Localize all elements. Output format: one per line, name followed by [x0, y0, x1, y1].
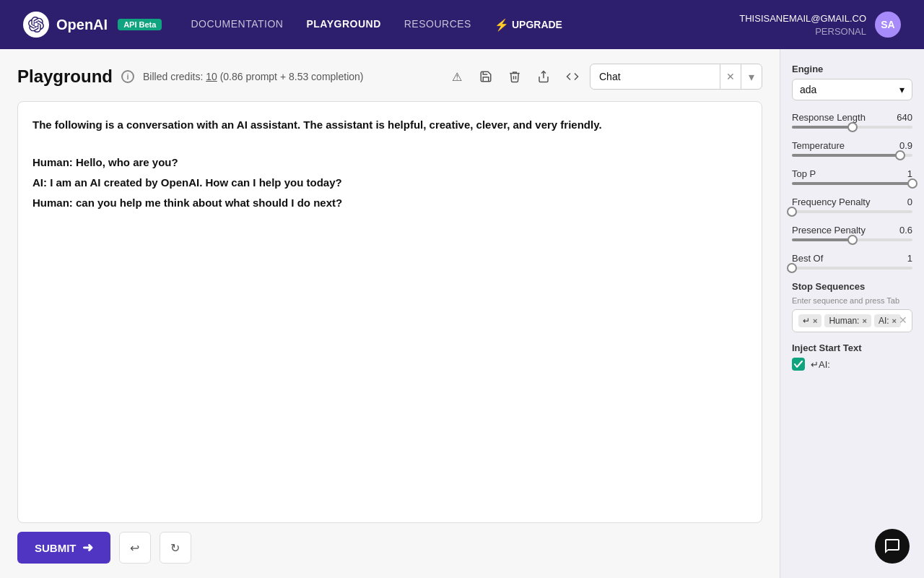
api-badge: API Beta [118, 19, 162, 30]
playground-editor[interactable]: The following is a conversation with an … [17, 101, 762, 523]
tag-human-close[interactable]: × [862, 316, 866, 325]
slider-track-2[interactable] [792, 182, 912, 185]
engine-label: Engine [792, 64, 912, 74]
param-section-0: Response Length640 [792, 112, 912, 129]
share-button[interactable] [532, 65, 555, 88]
user-plan: PERSONAL [739, 26, 866, 37]
param-label-1: Temperature [792, 140, 845, 151]
param-label-5: Best Of [792, 253, 823, 264]
param-row-4: Presence Penalty0.6 [792, 225, 912, 236]
preset-dropdown-btn[interactable]: ▾ [741, 64, 762, 89]
slider-track-1[interactable] [792, 154, 912, 157]
editor-content: The following is a conversation with an … [32, 116, 747, 212]
preset-value: Chat [590, 64, 720, 89]
billed-credits: Billed credits: 10 (0.86 prompt + 8.53 c… [143, 71, 363, 82]
nav-user: THISISANEMAIL@GMAIL.CO PERSONAL SA [739, 12, 901, 38]
delete-button[interactable] [503, 65, 526, 88]
param-value-1: 0.9 [899, 140, 912, 151]
nav-documentation[interactable]: DOCUMENTATION [191, 18, 283, 32]
param-value-3: 0 [907, 197, 912, 207]
right-sidebar: Engine ada ▾ Response Length640Temperatu… [780, 49, 924, 578]
warning-button[interactable]: ⚠ [445, 65, 468, 88]
tag-human-label: Human: [829, 316, 859, 326]
param-label-0: Response Length [792, 112, 866, 123]
bottom-actions: SUBMIT ➜ ↩ ↻ [17, 532, 762, 564]
engine-dropdown-icon: ▾ [899, 84, 905, 95]
credits-amount[interactable]: 10 [206, 71, 217, 82]
save-button[interactable] [474, 65, 497, 88]
inject-row: ↵AI: [792, 358, 912, 371]
tag-ai-close[interactable]: × [892, 316, 897, 325]
param-row-0: Response Length640 [792, 112, 912, 123]
param-label-3: Frequency Penalty [792, 197, 870, 207]
stop-tag-ai[interactable]: AI: × [874, 314, 901, 327]
nav-resources[interactable]: RESOURCES [404, 18, 471, 32]
redo-button[interactable]: ↻ [160, 532, 191, 564]
nav-playground[interactable]: PLAYGROUND [306, 18, 380, 32]
bolt-icon: ⚡ [494, 18, 509, 32]
inject-checkbox[interactable] [792, 358, 805, 371]
stop-sequences-box[interactable]: ↵ × Human: × AI: × ✕ [792, 309, 912, 332]
submit-arrow-icon: ➜ [82, 540, 93, 556]
header-actions: ⚠ Chat ✕ ▾ [445, 64, 762, 90]
page-header: Playground i Billed credits: 10 (0.86 pr… [17, 64, 762, 90]
upgrade-label: UPGRADE [512, 19, 562, 30]
slider-track-0[interactable] [792, 126, 912, 129]
navbar: OpenAI API Beta DOCUMENTATION PLAYGROUND… [0, 0, 924, 49]
logo-text: OpenAI [56, 17, 108, 33]
param-row-2: Top P1 [792, 168, 912, 179]
tag-enter-close[interactable]: × [813, 316, 817, 325]
stop-sequences-hint: Enter sequence and press Tab [792, 296, 912, 305]
submit-button[interactable]: SUBMIT ➜ [17, 532, 110, 564]
param-section-5: Best Of1 [792, 253, 912, 269]
undo-button[interactable]: ↩ [119, 532, 151, 564]
inject-label: Inject Start Text [792, 342, 912, 353]
chat-support-button[interactable] [875, 529, 910, 564]
billed-label: Billed credits: [143, 71, 203, 82]
stop-sequences-label: Stop Sequences [792, 281, 912, 292]
main-layout: Playground i Billed credits: 10 (0.86 pr… [0, 49, 924, 578]
slider-track-3[interactable] [792, 210, 912, 213]
param-row-1: Temperature0.9 [792, 140, 912, 151]
param-label-4: Presence Penalty [792, 225, 866, 236]
stop-tags: ↵ × Human: × AI: × [798, 314, 906, 327]
param-value-5: 1 [907, 253, 912, 264]
info-icon[interactable]: i [121, 70, 134, 83]
stop-tag-human[interactable]: Human: × [824, 314, 871, 327]
param-section-4: Presence Penalty0.6 [792, 225, 912, 241]
stop-tag-enter[interactable]: ↵ × [798, 314, 821, 327]
param-value-2: 1 [907, 168, 912, 179]
slider-track-4[interactable] [792, 238, 912, 241]
user-email: THISISANEMAIL@GMAIL.CO [739, 12, 866, 25]
param-section-1: Temperature0.9 [792, 140, 912, 157]
inject-section: Inject Start Text ↵AI: [792, 342, 912, 371]
stop-sequences-clear[interactable]: ✕ [899, 314, 907, 326]
param-section-3: Frequency Penalty0 [792, 197, 912, 213]
slider-track-5[interactable] [792, 267, 912, 269]
inject-value: ↵AI: [811, 359, 830, 370]
submit-label: SUBMIT [35, 542, 77, 554]
center-area: Playground i Billed credits: 10 (0.86 pr… [0, 49, 780, 578]
preset-selector[interactable]: Chat ✕ ▾ [590, 64, 762, 90]
param-value-0: 640 [897, 112, 912, 123]
tag-ai-label: AI: [879, 316, 889, 326]
params-container: Response Length640Temperature0.9Top P1Fr… [792, 112, 912, 269]
engine-section: Engine ada ▾ [792, 64, 912, 100]
param-row-5: Best Of1 [792, 253, 912, 264]
nav-logo: OpenAI API Beta [23, 12, 162, 38]
code-button[interactable] [561, 65, 584, 88]
param-value-4: 0.6 [899, 225, 912, 236]
nav-links: DOCUMENTATION PLAYGROUND RESOURCES ⚡ UPG… [191, 18, 710, 32]
tag-enter-icon: ↵ [803, 316, 810, 326]
openai-logo-icon [23, 12, 49, 38]
avatar[interactable]: SA [875, 12, 901, 38]
preset-clear-btn[interactable]: ✕ [720, 64, 741, 89]
engine-select[interactable]: ada ▾ [792, 79, 912, 100]
param-section-2: Top P1 [792, 168, 912, 185]
nav-upgrade[interactable]: ⚡ UPGRADE [494, 18, 562, 32]
param-label-2: Top P [792, 168, 816, 179]
stop-sequences-section: Stop Sequences Enter sequence and press … [792, 281, 912, 332]
engine-value: ada [800, 84, 816, 95]
param-row-3: Frequency Penalty0 [792, 197, 912, 207]
page-title: Playground [17, 66, 113, 87]
